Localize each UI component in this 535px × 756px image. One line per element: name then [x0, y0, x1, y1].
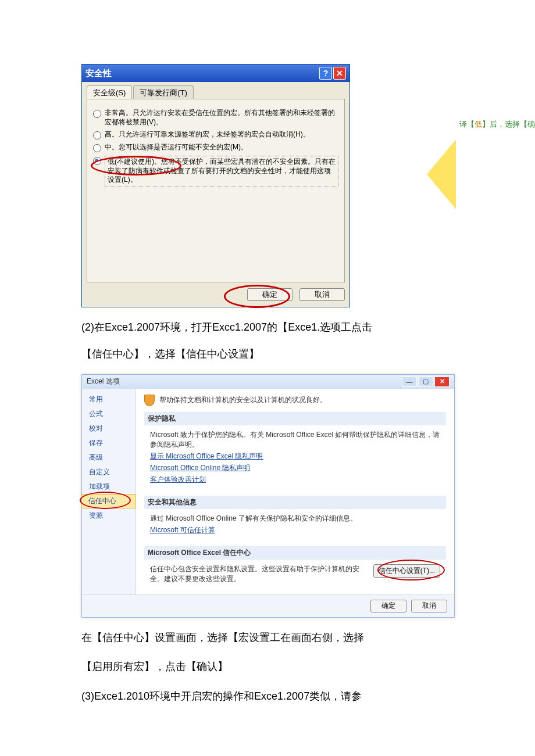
radio-low[interactable]: 低(不建议使用)。您将不受保护，而某些宏具有潜在的不安全因素。只有在安装了防病毒… [93, 156, 338, 187]
trust-center-settings-button[interactable]: 信任中心设置(T)... [373, 564, 440, 578]
body-text: 【启用所有宏】，点击【确认】 [81, 657, 454, 676]
callout-low: 低 [475, 120, 482, 128]
cancel-button[interactable]: 取消 [299, 288, 345, 301]
section-text: 通过 Microsoft Office Online 了解有关保护隐私和安全的详… [150, 514, 440, 524]
tab-panel: 非常高。只允许运行安装在受信任位置的宏。所有其他签署的和未经签署的宏都将被禁用(… [87, 99, 345, 282]
excel-options-window: Excel 选项 — ▢ ✕ 常用 公式 校对 保存 高级 自定义 加载项 信任… [81, 374, 455, 618]
body-text: (3)Exce1.2010环境中开启宏的操作和Exce1.2007类似，请参 [81, 687, 454, 705]
close-button[interactable]: ✕ [434, 377, 450, 387]
help-button[interactable]: ? [319, 67, 332, 80]
cancel-button[interactable]: 取消 [411, 600, 447, 612]
tab-security-level[interactable]: 安全级(S) [87, 85, 132, 99]
sidebar-item-custom[interactable]: 自定义 [82, 465, 135, 479]
radio-label: 非常高。只允许运行安装在受信任位置的宏。所有其他签署的和未经签署的宏都将被禁用(… [105, 109, 338, 127]
shield-icon [144, 395, 155, 406]
ok-button[interactable]: 确定 [370, 600, 406, 612]
radio-label: 低(不建议使用)。您将不受保护，而某些宏具有潜在的不安全因素。只有在安装了防病毒… [105, 156, 338, 187]
radio-icon [93, 110, 101, 118]
maximize-button[interactable]: ▢ [418, 377, 433, 387]
body-text: 【信任中心】，选择【信任中心设置】 [81, 345, 454, 363]
ok-button[interactable]: 确定 [247, 288, 293, 301]
link-trustworthy[interactable]: Microsoft 可信任计算 [150, 525, 440, 535]
section-header-security: 安全和其他信息 [144, 496, 446, 509]
radio-icon [93, 157, 101, 165]
shield-text: 帮助保持文档和计算机的安全以及计算机的状况良好。 [159, 395, 327, 405]
link-ceip[interactable]: 客户体验改善计划 [150, 475, 440, 485]
link-privacy-2[interactable]: Microsoft Office Online 隐私声明 [150, 463, 440, 473]
callout-seg: 】后，选择【确 [482, 120, 535, 128]
radio-icon [93, 144, 101, 152]
callout-seg: 译【 [459, 120, 475, 128]
sidebar-item-formula[interactable]: 公式 [82, 407, 135, 421]
radio-icon [93, 131, 101, 139]
link-privacy-1[interactable]: 显示 Microsoft Office Excel 隐私声明 [150, 452, 440, 461]
body-text: (2)在Exce1.2007环境，打开Excc1.2007的【Exce1.选项工… [81, 318, 454, 336]
sidebar-item-advanced[interactable]: 高级 [82, 450, 135, 465]
window-title: Excel 选项 [87, 377, 120, 386]
sidebar-item-trust-center[interactable]: 信任中心 [81, 494, 136, 508]
options-sidebar: 常用 公式 校对 保存 高级 自定义 加载项 信任中心 资源 [82, 389, 136, 594]
radio-medium[interactable]: 中。您可以选择是否运行可能不安全的宏(M)。 [93, 143, 338, 152]
dialog-titlebar: 安全性 ? ✕ [82, 65, 349, 82]
section-text: Microsoft 致力于保护您的隐私。有关 Microsoft Office … [150, 430, 440, 450]
section-header-trust: Microsoft Office Excel 信任中心 [144, 546, 446, 560]
close-button[interactable]: ✕ [333, 67, 346, 80]
sidebar-item-resources[interactable]: 资源 [82, 508, 135, 523]
radio-label: 高。只允许运行可靠来源签署的宏，未经签署的宏会自动取消(H)。 [105, 130, 310, 139]
radio-label: 中。您可以选择是否运行可能不安全的宏(M)。 [105, 143, 248, 152]
dialog-title: 安全性 [85, 68, 112, 79]
radio-very-high[interactable]: 非常高。只允许运行安装在受信任位置的宏。所有其他签署的和未经签署的宏都将被禁用(… [93, 109, 338, 127]
body-text: 在【信任中心】设置画面，选择【宏设置工在画面右侧，选择 [81, 628, 454, 647]
section-text: 信任中心包含安全设置和隐私设置。这些设置有助于保护计算机的安全。建议不要更改这些… [150, 564, 368, 584]
tab-trusted-publishers[interactable]: 可靠发行商(T) [133, 85, 194, 99]
callout-text: 译【低】后，选择【确 [459, 119, 535, 130]
minimize-button[interactable]: — [402, 377, 417, 387]
section-header-privacy: 保护隐私 [144, 412, 446, 425]
sidebar-item-common[interactable]: 常用 [82, 392, 135, 407]
sidebar-item-save[interactable]: 保存 [82, 436, 135, 450]
sidebar-item-proofing[interactable]: 校对 [82, 421, 135, 436]
radio-high[interactable]: 高。只允许运行可靠来源签署的宏，未经签署的宏会自动取消(H)。 [93, 130, 338, 139]
security-dialog: 安全性 ? ✕ 安全级(S) 可靠发行商(T) 非常高。只允许运行安装在受信任位… [81, 64, 350, 307]
window-titlebar: Excel 选项 — ▢ ✕ [82, 375, 454, 389]
options-content: 帮助保持文档和计算机的安全以及计算机的状况良好。 保护隐私 Microsoft … [136, 389, 454, 594]
sidebar-item-addins[interactable]: 加载项 [82, 479, 135, 494]
callout-pointer [427, 139, 456, 209]
